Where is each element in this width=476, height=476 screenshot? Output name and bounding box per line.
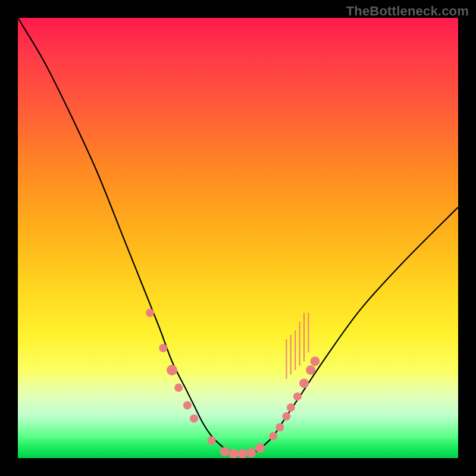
data-marker (229, 449, 239, 458)
data-marker (287, 403, 295, 412)
data-marker (246, 448, 256, 458)
data-marker (275, 423, 284, 431)
bottleneck-curve (18, 18, 458, 454)
data-marker (306, 365, 315, 375)
data-marker (174, 384, 183, 392)
data-marker (190, 414, 198, 422)
data-marker (167, 365, 177, 375)
data-marker (159, 344, 167, 352)
data-marker (220, 447, 230, 456)
data-marker (208, 436, 216, 444)
data-marker (183, 401, 192, 409)
watermark-text: TheBottleneck.com (346, 4, 469, 19)
data-marker (293, 392, 302, 400)
plot-area (18, 18, 458, 458)
data-marker (237, 449, 247, 458)
curve-svg (18, 18, 458, 458)
data-marker (282, 412, 290, 421)
data-marker (255, 443, 265, 453)
data-marker (311, 356, 320, 366)
data-marker (146, 309, 154, 317)
markers-group (146, 309, 320, 458)
chart-frame: TheBottleneck.com (0, 0, 476, 476)
whiskers-group (286, 313, 308, 379)
data-marker (269, 432, 277, 440)
data-marker (299, 378, 309, 388)
